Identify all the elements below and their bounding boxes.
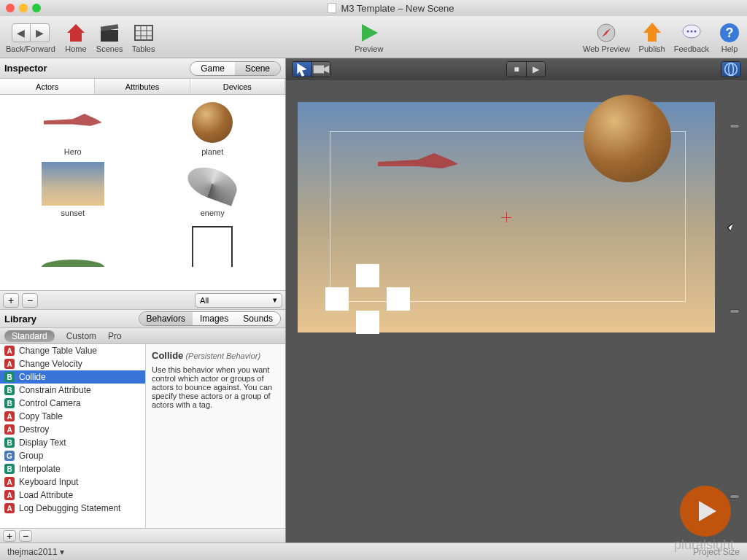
actor-item-hero[interactable]: Hero — [6, 101, 140, 156]
ruler-handle[interactable] — [729, 124, 740, 128]
behavior-name: Log Debugging Statement — [19, 503, 120, 513]
behavior-item[interactable]: BConstrain Attribute — [0, 384, 145, 397]
remove-behavior-button[interactable]: − — [19, 530, 32, 542]
stage-actor-button-left[interactable] — [325, 287, 349, 311]
feedback-button[interactable]: Feedback — [674, 21, 709, 53]
behavior-badge-icon: B — [4, 385, 15, 395]
globe-button[interactable] — [721, 62, 740, 77]
lib-type-pro[interactable]: Pro — [108, 331, 122, 341]
actor-item-box[interactable] — [146, 223, 280, 267]
upload-arrow-icon — [640, 21, 664, 44]
lib-type-custom[interactable]: Custom — [66, 331, 96, 341]
table-icon — [132, 21, 155, 44]
stage-actor-button-up[interactable] — [356, 264, 379, 287]
behavior-item[interactable]: BDisplay Text — [0, 436, 145, 449]
stage-actor-planet[interactable] — [584, 95, 671, 182]
add-behavior-button[interactable]: + — [3, 530, 16, 542]
help-button[interactable]: ? Help — [718, 21, 741, 53]
svg-rect-0 — [101, 30, 118, 42]
tab-actors[interactable]: Actors — [0, 79, 95, 94]
seg-behaviors[interactable]: Behaviors — [139, 312, 193, 325]
behavior-name: Control Camera — [19, 398, 81, 408]
help-label: Help — [721, 44, 738, 53]
behavior-desc-body: Use this behavior when you want control … — [152, 365, 279, 409]
ruler-handle[interactable] — [729, 309, 740, 314]
filter-value: All — [200, 296, 209, 305]
behavior-item[interactable]: BInterpolate — [0, 462, 145, 475]
tables-button[interactable]: Tables — [132, 21, 155, 53]
behavior-item[interactable]: BCollide — [0, 370, 145, 384]
chevron-down-icon: ▾ — [273, 295, 277, 305]
behavior-name: Change Table Value — [19, 346, 97, 356]
actor-item-grass[interactable] — [6, 223, 140, 267]
maximize-window-button[interactable] — [32, 4, 41, 12]
behavior-badge-icon: G — [4, 451, 15, 461]
behavior-badge-icon: A — [4, 346, 15, 356]
lib-type-standard[interactable]: Standard — [4, 330, 55, 342]
behavior-item[interactable]: GGroup — [0, 449, 145, 462]
add-actor-button[interactable]: + — [3, 293, 19, 308]
behavior-item[interactable]: ACopy Table — [0, 410, 145, 423]
actor-item-enemy[interactable]: enemy — [146, 162, 280, 217]
play-icon — [357, 21, 381, 44]
tab-devices[interactable]: Devices — [190, 79, 285, 94]
actors-list[interactable]: Hero planet sunset enemy — [0, 95, 285, 290]
behavior-name: Display Text — [19, 438, 66, 448]
actor-item-planet[interactable]: planet — [146, 101, 280, 156]
behavior-item[interactable]: BControl Camera — [0, 397, 145, 410]
remove-actor-button[interactable]: − — [22, 293, 38, 308]
chat-bubble-icon — [680, 21, 703, 44]
preview-button[interactable]: Preview — [355, 21, 383, 53]
behavior-name: Constrain Attribute — [19, 385, 91, 395]
behavior-item[interactable]: ADestroy — [0, 423, 145, 436]
behavior-name: Group — [19, 451, 43, 461]
video-play-overlay[interactable] — [680, 486, 731, 537]
seg-game[interactable]: Game — [190, 62, 235, 75]
main-toolbar: ◀▶ Back/Forward Home Scenes Tables Previ… — [0, 16, 747, 58]
close-window-button[interactable] — [6, 4, 15, 12]
inspector-mode-segmented[interactable]: Game Scene — [190, 61, 281, 76]
scene-stage[interactable] — [298, 102, 715, 332]
tab-attributes[interactable]: Attributes — [95, 79, 190, 94]
ruler-handle[interactable] — [729, 494, 740, 499]
library-section-segmented[interactable]: Behaviors Images Sounds — [139, 311, 281, 326]
back-forward-buttons[interactable]: ◀▶ Back/Forward — [6, 21, 55, 53]
sunset-thumbnail — [42, 162, 104, 206]
stop-button[interactable]: ■ — [507, 62, 526, 77]
behavior-item[interactable]: AKeyboard Input — [0, 475, 145, 489]
scenes-button[interactable]: Scenes — [96, 21, 123, 53]
scene-canvas[interactable] — [286, 80, 747, 542]
stage-actor-button-down[interactable] — [356, 311, 379, 334]
svg-rect-2 — [135, 26, 152, 40]
minimize-window-button[interactable] — [19, 4, 28, 12]
behavior-item[interactable]: ALog Debugging Statement — [0, 502, 145, 515]
seg-scene[interactable]: Scene — [235, 62, 280, 75]
seg-images[interactable]: Images — [193, 312, 236, 325]
stage-actor-button-right[interactable] — [387, 287, 410, 311]
user-menu[interactable]: thejmac2011 ▾ — [7, 547, 64, 557]
forward-icon[interactable]: ▶ — [31, 23, 50, 42]
stage-vertical-ruler[interactable] — [729, 124, 741, 499]
actor-filter-dropdown[interactable]: All ▾ — [195, 293, 282, 308]
behavior-list[interactable]: AChange Table ValueAChange VelocityBColl… — [0, 344, 146, 528]
home-button[interactable]: Home — [64, 21, 88, 53]
svg-point-15 — [725, 63, 738, 76]
web-preview-button[interactable]: Web Preview — [583, 21, 630, 53]
camera-tool-button[interactable] — [311, 62, 330, 77]
feedback-label: Feedback — [674, 44, 709, 53]
behavior-description: Collide (Persistent Behavior) Use this b… — [146, 344, 285, 528]
pointer-tool-button[interactable] — [293, 62, 311, 77]
back-icon[interactable]: ◀ — [12, 23, 31, 42]
scenes-label: Scenes — [96, 44, 123, 53]
behavior-item[interactable]: AChange Velocity — [0, 357, 145, 370]
seg-sounds[interactable]: Sounds — [236, 312, 280, 325]
behavior-badge-icon: B — [4, 398, 15, 408]
actor-item-sunset[interactable]: sunset — [6, 162, 140, 217]
behavior-badge-icon: A — [4, 490, 15, 500]
window-title: M3 Template – New Scene — [341, 3, 454, 14]
behavior-item[interactable]: AChange Table Value — [0, 344, 145, 357]
play-button[interactable]: ▶ — [526, 62, 545, 77]
behavior-desc-subtitle: (Persistent Behavior) — [185, 351, 260, 360]
behavior-item[interactable]: ALoad Attribute — [0, 489, 145, 502]
publish-button[interactable]: Publish — [639, 21, 665, 53]
